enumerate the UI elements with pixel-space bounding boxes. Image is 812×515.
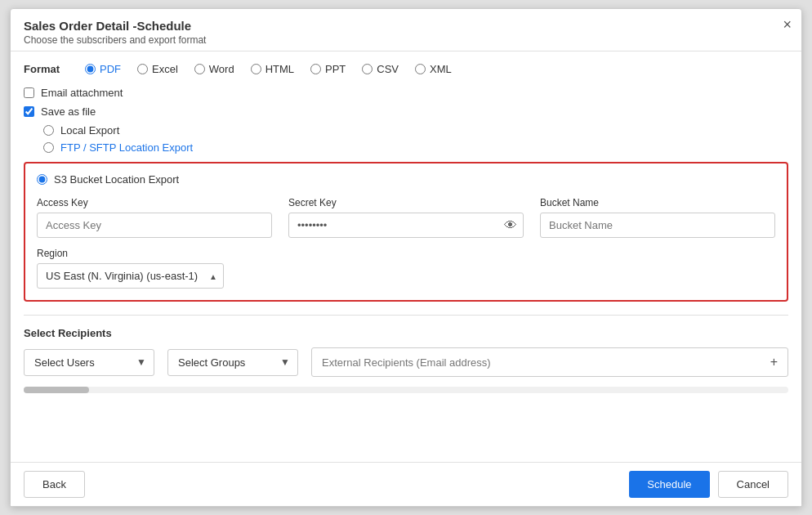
format-row: Format PDF Excel Word HTML PPT bbox=[24, 63, 788, 75]
email-attachment-label: Email attachment bbox=[41, 87, 123, 99]
export-ftp-option[interactable]: FTP / SFTP Location Export bbox=[43, 141, 788, 154]
access-key-group: Access Key bbox=[37, 197, 272, 238]
format-csv-label: CSV bbox=[377, 63, 399, 75]
h-scrollbar-thumb bbox=[24, 387, 89, 393]
recipients-section: Select Recipients Select Users ▼ Select … bbox=[24, 327, 788, 377]
region-group: Region US East (N. Virginia) (us-east-1)… bbox=[37, 248, 224, 289]
region-row: Region US East (N. Virginia) (us-east-1)… bbox=[37, 248, 775, 289]
export-ftp-label: FTP / SFTP Location Export bbox=[60, 141, 193, 154]
region-label: Region bbox=[37, 248, 224, 259]
external-recipients-field: + bbox=[311, 347, 788, 377]
format-word-radio[interactable] bbox=[194, 64, 205, 74]
format-html-label: HTML bbox=[265, 63, 294, 75]
email-attachment-row: Email attachment bbox=[24, 87, 788, 99]
s3-fields: Access Key Secret Key 👁 Bucket Name bbox=[37, 197, 775, 238]
format-ppt-radio[interactable] bbox=[310, 64, 321, 74]
s3-label: S3 Bucket Location Export bbox=[54, 173, 179, 186]
export-local-label: Local Export bbox=[60, 124, 119, 137]
secret-key-wrapper: 👁 bbox=[288, 213, 524, 238]
back-button[interactable]: Back bbox=[24, 471, 85, 498]
recipients-row: Select Users ▼ Select Groups ▼ + bbox=[24, 347, 788, 377]
format-html-radio[interactable] bbox=[251, 64, 261, 74]
access-key-label: Access Key bbox=[37, 197, 272, 208]
region-select-wrapper: US East (N. Virginia) (us-east-1) US Wes… bbox=[37, 263, 224, 289]
select-groups-dropdown[interactable]: Select Groups bbox=[167, 349, 298, 376]
export-local-radio[interactable] bbox=[43, 125, 54, 136]
format-pdf-option[interactable]: PDF bbox=[85, 63, 121, 75]
bucket-name-label: Bucket Name bbox=[540, 197, 775, 208]
format-pdf-radio[interactable] bbox=[85, 64, 96, 74]
cancel-button[interactable]: Cancel bbox=[718, 471, 788, 498]
format-csv-radio[interactable] bbox=[362, 64, 373, 74]
s3-section: S3 Bucket Location Export Access Key Sec… bbox=[24, 162, 788, 302]
eye-icon[interactable]: 👁 bbox=[504, 218, 517, 233]
format-pdf-label: PDF bbox=[100, 63, 121, 75]
save-as-file-row: Save as file bbox=[24, 105, 788, 118]
format-ppt-option[interactable]: PPT bbox=[310, 63, 346, 75]
select-groups-wrapper: Select Groups ▼ bbox=[167, 349, 298, 376]
format-excel-label: Excel bbox=[152, 63, 178, 75]
export-ftp-radio[interactable] bbox=[43, 142, 54, 153]
s3-header: S3 Bucket Location Export bbox=[37, 173, 775, 186]
footer-left: Back bbox=[24, 471, 85, 498]
format-excel-radio[interactable] bbox=[137, 64, 148, 74]
dialog-header: Sales Order Detail -Schedule Choose the … bbox=[11, 9, 801, 52]
bucket-name-group: Bucket Name bbox=[540, 197, 775, 238]
dialog-footer: Back Schedule Cancel bbox=[11, 462, 801, 506]
secret-key-label: Secret Key bbox=[288, 197, 524, 208]
format-word-option[interactable]: Word bbox=[194, 63, 234, 75]
footer-right: Schedule Cancel bbox=[629, 471, 788, 498]
format-csv-option[interactable]: CSV bbox=[362, 63, 399, 75]
format-xml-option[interactable]: XML bbox=[415, 63, 452, 75]
dialog-subtitle: Choose the subscribers and export format bbox=[24, 34, 788, 46]
section-divider bbox=[24, 315, 788, 316]
horizontal-scrollbar[interactable] bbox=[24, 387, 788, 393]
format-word-label: Word bbox=[209, 63, 234, 75]
export-options: Local Export FTP / SFTP Location Export bbox=[43, 124, 788, 154]
email-attachment-checkbox[interactable] bbox=[24, 87, 34, 98]
format-xml-label: XML bbox=[430, 63, 452, 75]
secret-key-input[interactable] bbox=[288, 213, 524, 238]
dialog-title: Sales Order Detail -Schedule bbox=[24, 19, 788, 33]
format-ppt-label: PPT bbox=[325, 63, 346, 75]
export-local-option[interactable]: Local Export bbox=[43, 124, 788, 137]
dialog-body: Format PDF Excel Word HTML PPT bbox=[11, 52, 801, 462]
close-button[interactable]: × bbox=[783, 17, 792, 32]
external-recipients-input[interactable] bbox=[322, 356, 764, 369]
select-users-wrapper: Select Users ▼ bbox=[24, 349, 154, 376]
format-excel-option[interactable]: Excel bbox=[137, 63, 178, 75]
bucket-name-input[interactable] bbox=[540, 213, 775, 238]
schedule-button[interactable]: Schedule bbox=[629, 471, 709, 498]
access-key-input[interactable] bbox=[37, 213, 272, 238]
recipients-title: Select Recipients bbox=[24, 327, 788, 339]
save-as-file-label: Save as file bbox=[41, 105, 96, 118]
add-recipient-icon[interactable]: + bbox=[770, 355, 778, 369]
format-xml-radio[interactable] bbox=[415, 64, 426, 74]
dialog: Sales Order Detail -Schedule Choose the … bbox=[10, 8, 802, 507]
format-html-option[interactable]: HTML bbox=[251, 63, 294, 75]
s3-radio[interactable] bbox=[37, 174, 47, 185]
region-select[interactable]: US East (N. Virginia) (us-east-1) US Wes… bbox=[37, 263, 224, 289]
save-as-file-checkbox[interactable] bbox=[24, 106, 34, 117]
secret-key-group: Secret Key 👁 bbox=[288, 197, 524, 238]
format-label: Format bbox=[24, 63, 69, 75]
select-users-dropdown[interactable]: Select Users bbox=[24, 349, 154, 376]
